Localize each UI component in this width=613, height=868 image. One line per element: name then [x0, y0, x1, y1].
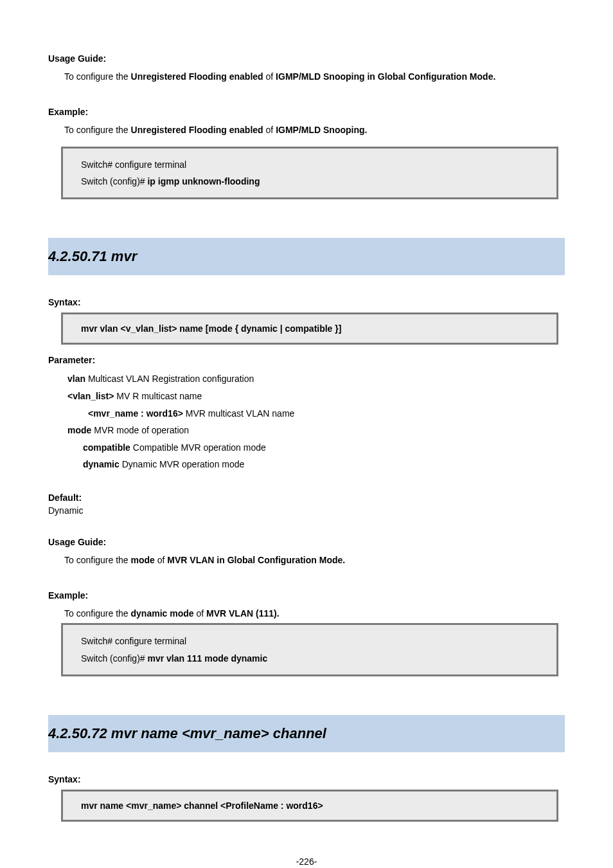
text-bold: dynamic mode — [131, 608, 194, 619]
default-label: Default: — [48, 493, 565, 503]
param-row: dynamic Dynamic MVR operation mode — [83, 456, 565, 473]
text-bold: mode — [131, 555, 157, 565]
example-line: To configure the Unregistered Flooding e… — [64, 123, 565, 137]
text: of — [157, 555, 165, 565]
param-row: vlan Multicast VLAN Registration configu… — [67, 370, 565, 388]
code-line: Switch# configure terminal — [81, 158, 538, 172]
parameter-label: Parameter: — [48, 355, 565, 365]
usage-guide-line: To configure the Unregistered Flooding e… — [64, 69, 565, 84]
text-bold: mvr vlan 111 mode dynamic — [147, 653, 267, 664]
text-bold: Unregistered Flooding enabled — [131, 71, 266, 82]
param-row: <vlan_list> MV R multicast name — [67, 388, 565, 405]
param-desc: Multicast VLAN Registration configuratio… — [85, 374, 254, 384]
code-line: Switch (config)# ip igmp unknown-floodin… — [81, 174, 538, 188]
usage-guide-label: Usage Guide: — [48, 51, 565, 66]
text-bold: MVR VLAN (111). — [206, 608, 280, 619]
syntax-label: Syntax: — [48, 297, 565, 307]
text: To configure the — [64, 608, 131, 619]
example-line: To configure the dynamic mode of MVR VLA… — [64, 606, 565, 620]
default-value: Dynamic — [48, 505, 565, 516]
param-desc: Compatible MVR operation mode — [130, 442, 266, 453]
text-bold: Unregistered Flooding enabled — [131, 125, 263, 135]
usage-guide-line: To configure the mode of MVR VLAN in Glo… — [64, 553, 565, 567]
section-title-71: 4.2.50.71 mvr — [48, 238, 565, 275]
syntax-box-71: mvr vlan <v_vlan_list> name [mode { dyna… — [61, 312, 558, 345]
param-key: <mvr_name : word16> — [88, 408, 183, 419]
param-key: mode — [67, 425, 91, 435]
param-desc: MVR mode of operation — [91, 425, 189, 435]
param-row: compatible Compatible MVR operation mode — [83, 439, 565, 457]
code-box-2: Switch# configure terminal Switch (confi… — [61, 623, 558, 676]
syntax-box-72: mvr name <mvr_name> channel <ProfileName… — [61, 790, 558, 822]
param-key: vlan — [67, 374, 85, 384]
section-title-text: 4.2.50.71 mvr — [48, 248, 137, 265]
page-number: -226- — [48, 856, 565, 867]
text: To configure the — [64, 125, 131, 135]
param-desc: MV R multicast name — [114, 391, 202, 401]
param-desc: Dynamic MVR operation mode — [120, 459, 245, 469]
text: of — [263, 125, 276, 135]
text: Switch (config)# — [81, 176, 147, 186]
example-label: Example: — [48, 588, 565, 602]
text-bold: ip igmp unknown-flooding — [147, 176, 260, 186]
usage-guide-label: Usage Guide: — [48, 535, 565, 549]
code-box-1: Switch# configure terminal Switch (confi… — [61, 147, 558, 200]
syntax-label: Syntax: — [48, 774, 565, 784]
param-row: mode MVR mode of operation — [67, 422, 565, 439]
code-line: Switch# configure terminal — [81, 634, 538, 648]
param-key: compatible — [83, 442, 130, 453]
section-title-text: 4.2.50.72 mvr name <mvr_name> channel — [48, 725, 326, 742]
param-key: dynamic — [83, 459, 120, 469]
section-title-72: 4.2.50.72 mvr name <mvr_name> channel — [48, 715, 565, 752]
param-row: <mvr_name : word16> MVR multicast VLAN n… — [88, 405, 565, 422]
code-line: Switch (config)# mvr vlan 111 mode dynam… — [81, 651, 538, 665]
text-bold: MVR VLAN in Global Configuration Mode. — [164, 555, 345, 565]
param-desc: MVR multicast VLAN name — [183, 408, 295, 419]
text: To configure the — [64, 71, 131, 82]
example-label: Example: — [48, 105, 565, 119]
text-bold: IGMP/MLD Snooping in Global Configuratio… — [273, 71, 495, 82]
text: Switch (config)# — [81, 653, 147, 664]
text: of — [194, 608, 206, 619]
text-bold: IGMP/MLD Snooping. — [276, 125, 367, 135]
text: To configure the — [64, 555, 131, 565]
text: of — [266, 71, 274, 82]
param-key: <vlan_list> — [67, 391, 114, 401]
